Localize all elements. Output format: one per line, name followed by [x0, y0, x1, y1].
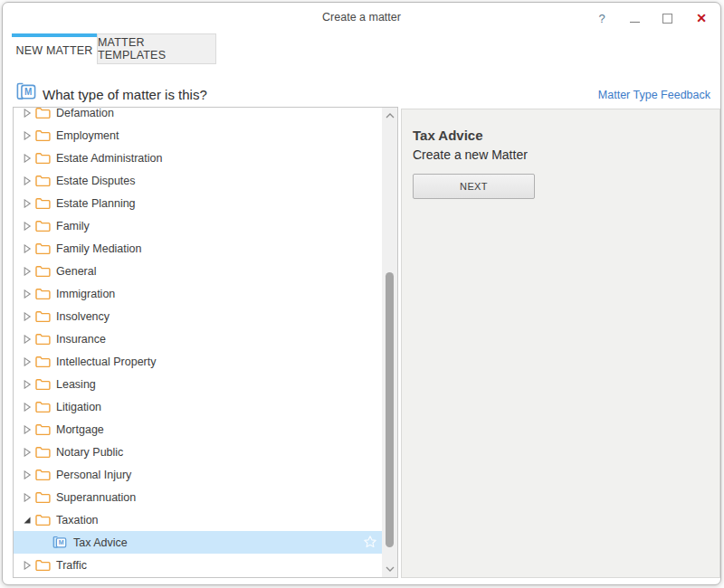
collapsed-arrow-icon	[23, 154, 32, 163]
chevron-down-icon	[386, 566, 395, 572]
collapsed-arrow-icon	[23, 470, 32, 479]
minimize-button[interactable]	[620, 7, 649, 29]
tree-item-litigation[interactable]: Litigation	[14, 395, 382, 418]
tree-item-insolvency[interactable]: Insolvency	[14, 305, 382, 327]
tree-expander[interactable]	[22, 198, 32, 208]
collapsed-arrow-icon	[23, 425, 32, 434]
maximize-button[interactable]	[653, 7, 681, 29]
tree-item-label: General	[56, 265, 96, 278]
collapsed-arrow-icon	[23, 357, 32, 366]
next-button[interactable]: NEXT	[413, 174, 535, 199]
collapsed-arrow-icon	[23, 267, 32, 276]
tree-expander[interactable]	[22, 447, 32, 457]
tree-item-mortgage[interactable]: Mortgage	[14, 418, 382, 441]
folder-icon	[35, 152, 51, 165]
tree-item-estate-administration[interactable]: Estate Administration	[14, 147, 382, 169]
folder-icon	[35, 423, 51, 436]
tab-new-matter[interactable]: NEW MATTER	[12, 33, 97, 64]
tree-expander[interactable]	[22, 402, 32, 412]
tree-item-label: Family Mediation	[56, 242, 141, 255]
create-matter-dialog: Create a matter ? ✕ NEW MATTER MATTER TE…	[2, 2, 721, 585]
tree-item-insurance[interactable]: Insurance	[14, 327, 382, 350]
folder-icon	[35, 514, 51, 526]
tree-item-traffic[interactable]: Traffic	[14, 554, 382, 576]
tree-expander[interactable]	[22, 515, 32, 525]
tree-expander[interactable]	[22, 108, 32, 118]
tree-expander[interactable]	[22, 130, 32, 140]
tree-item-label: Estate Administration	[56, 152, 162, 165]
svg-text:M: M	[24, 87, 32, 97]
tree-item-notary-public[interactable]: Notary Public	[14, 441, 382, 463]
tree-item-tax-advice[interactable]: MTax Advice	[14, 531, 382, 554]
detail-panel: Tax Advice Create a new Matter NEXT	[401, 109, 720, 578]
favorite-star-icon[interactable]	[363, 535, 377, 549]
tree-expander[interactable]	[22, 492, 32, 502]
minimize-icon	[630, 22, 640, 23]
tree-item-immigration[interactable]: Immigration	[14, 282, 382, 305]
folder-icon	[35, 378, 51, 391]
tree-item-family-mediation[interactable]: Family Mediation	[14, 237, 382, 260]
tree-item-label: Traffic	[56, 559, 87, 572]
folder-icon	[35, 401, 51, 413]
tree-expander[interactable]	[22, 311, 32, 321]
folder-icon	[35, 491, 51, 504]
tree-expander[interactable]	[22, 153, 32, 163]
collapsed-arrow-icon	[23, 244, 32, 253]
folder-icon	[35, 265, 51, 278]
tree-expander[interactable]	[22, 334, 32, 344]
page-title: What type of matter is this?	[43, 87, 207, 102]
tree-item-leasing[interactable]: Leasing	[14, 373, 382, 395]
folder-icon	[35, 175, 51, 187]
tree-item-estate-planning[interactable]: Estate Planning	[14, 192, 382, 214]
tree-item-personal-injury[interactable]: Personal Injury	[14, 463, 382, 486]
close-button[interactable]: ✕	[687, 7, 716, 29]
matter-type-feedback-link[interactable]: Matter Type Feedback	[598, 89, 710, 101]
tree-expander[interactable]	[22, 266, 32, 276]
tree-expander[interactable]	[22, 424, 32, 434]
folder-icon	[35, 559, 51, 572]
folder-icon	[35, 469, 51, 481]
tree-expander[interactable]	[22, 469, 32, 479]
scrollbar-thumb[interactable]	[386, 272, 394, 547]
collapsed-arrow-icon	[23, 222, 32, 231]
folder-icon	[35, 108, 51, 119]
tree-item-label: Defamation	[56, 108, 114, 119]
scroll-up-button[interactable]	[382, 109, 397, 123]
tree-item-superannuation[interactable]: Superannuation	[14, 486, 382, 508]
tree-item-label: Superannuation	[56, 491, 136, 504]
collapsed-arrow-icon	[23, 312, 32, 321]
tree-item-label: Mortgage	[56, 423, 104, 436]
tree-item-family[interactable]: Family	[14, 214, 382, 237]
tree-expander[interactable]	[22, 379, 32, 389]
tree-item-general[interactable]: General	[14, 260, 382, 282]
tree-expander[interactable]	[22, 243, 32, 253]
tab-matter-templates[interactable]: MATTER TEMPLATES	[97, 33, 216, 64]
detail-subtitle: Create a new Matter	[413, 147, 719, 162]
scroll-down-button[interactable]	[382, 562, 397, 576]
tree-item-intellectual-property[interactable]: Intellectual Property	[14, 350, 382, 373]
tree-expander[interactable]	[22, 356, 32, 366]
tree-item-label: Personal Injury	[56, 469, 131, 481]
tree-item-label: Family	[56, 220, 90, 232]
folder-icon	[35, 242, 51, 255]
tree-item-label: Employment	[56, 129, 119, 142]
tree-scrollbar[interactable]	[382, 108, 397, 577]
tabstrip: NEW MATTER MATTER TEMPLATES	[12, 33, 216, 64]
tree-expander[interactable]	[22, 221, 32, 231]
collapsed-arrow-icon	[23, 176, 32, 185]
tree-expander[interactable]	[22, 560, 32, 570]
tree-item-label: Estate Disputes	[56, 175, 136, 187]
tree-expander[interactable]	[22, 289, 32, 299]
tree-item-taxation[interactable]: Taxation	[14, 508, 382, 531]
tree-item-employment[interactable]: Employment	[14, 124, 382, 147]
tree-item-label: Insolvency	[56, 310, 110, 323]
tree-item-defamation[interactable]: Defamation	[14, 108, 382, 124]
help-button[interactable]: ?	[587, 7, 616, 29]
tree-expander[interactable]	[22, 175, 32, 185]
tree-item-label: Taxation	[56, 514, 99, 526]
tree-item-label: Litigation	[56, 401, 101, 413]
collapsed-arrow-icon	[23, 448, 32, 457]
folder-icon	[35, 197, 51, 210]
folder-icon	[35, 356, 51, 368]
tree-item-estate-disputes[interactable]: Estate Disputes	[14, 169, 382, 192]
